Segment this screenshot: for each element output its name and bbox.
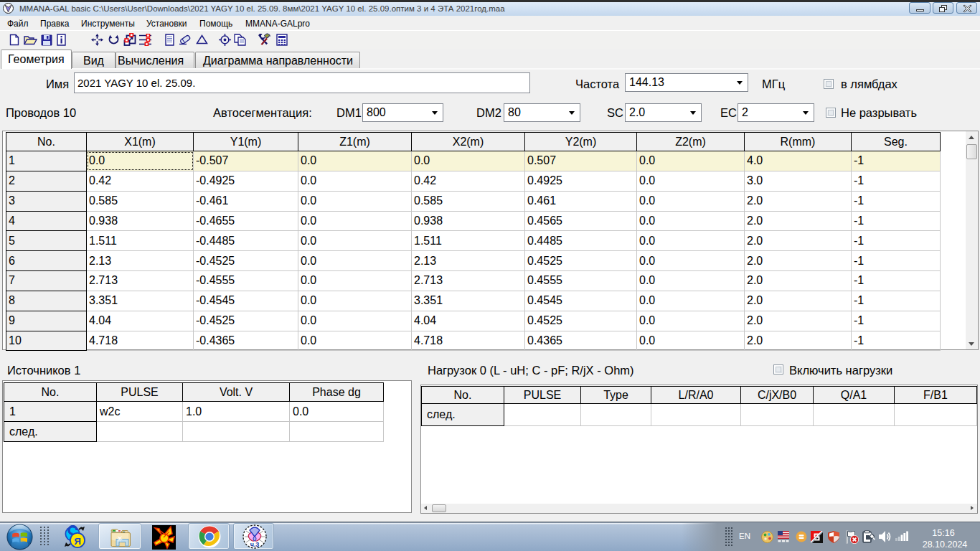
svg-text:ч.3: ч.3 — [250, 541, 260, 548]
svg-text:Я: Я — [74, 536, 81, 547]
